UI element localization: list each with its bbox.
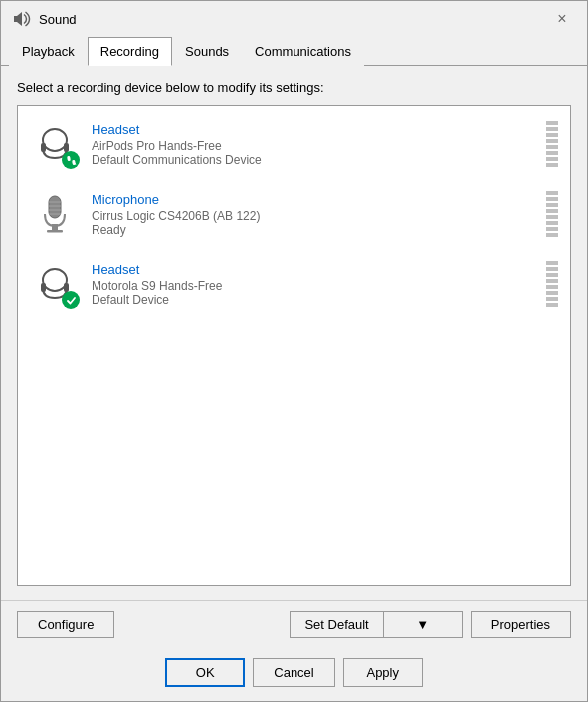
apply-button[interactable]: Apply [343, 658, 423, 687]
device-sub1-3: Motorola S9 Hands-Free [92, 279, 536, 293]
device-icon-wrap-1 [30, 119, 80, 169]
cancel-button[interactable]: Cancel [253, 658, 334, 687]
level-bar [546, 197, 558, 201]
svg-rect-6 [47, 230, 63, 233]
window-title: Sound [39, 12, 547, 27]
tab-recording[interactable]: Recording [88, 37, 172, 66]
set-default-group: Set Default ▼ [290, 611, 462, 638]
level-bar [546, 203, 558, 207]
level-indicator-2 [546, 191, 558, 237]
ok-button[interactable]: OK [165, 658, 245, 687]
level-bar [546, 279, 558, 283]
device-name-1: Headset [92, 122, 536, 137]
action-bar: Configure Set Default ▼ Properties [1, 600, 587, 648]
level-bar [546, 209, 558, 213]
level-indicator-1 [546, 121, 558, 167]
tab-communications[interactable]: Communications [242, 37, 364, 66]
device-item-microphone[interactable]: Microphone Cirrus Logic CS4206B (AB 122)… [18, 179, 570, 249]
device-sub2-2: Ready [92, 223, 536, 237]
footer-buttons: OK Cancel Apply [1, 648, 587, 701]
level-indicator-3 [546, 261, 558, 307]
level-bar [546, 151, 558, 155]
status-badge-1 [62, 151, 80, 169]
app-icon [11, 9, 31, 29]
level-bar [546, 261, 558, 265]
level-bar [546, 121, 558, 125]
level-bar [546, 127, 558, 131]
level-bar [546, 157, 558, 161]
level-bar [546, 291, 558, 295]
tab-bar: Playback Recording Sounds Communications [1, 37, 587, 66]
device-sub2-1: Default Communications Device [92, 153, 536, 167]
svg-point-13 [43, 269, 67, 291]
level-bar [546, 297, 558, 301]
configure-button[interactable]: Configure [17, 611, 114, 638]
set-default-button[interactable]: Set Default [290, 611, 382, 638]
level-bar [546, 273, 558, 277]
device-icon-wrap-3 [30, 259, 80, 309]
level-bar [546, 163, 558, 167]
title-bar: Sound × [1, 1, 587, 37]
svg-rect-3 [67, 155, 71, 160]
device-name-2: Microphone [92, 192, 536, 207]
svg-point-0 [43, 129, 67, 151]
level-bar [546, 233, 558, 237]
device-sub1-1: AirPods Pro Hands-Free [92, 139, 536, 153]
level-bar [546, 139, 558, 143]
sound-dialog: Sound × Playback Recording Sounds Commun… [0, 0, 588, 702]
level-bar [546, 227, 558, 231]
level-bar [546, 215, 558, 219]
level-bar [546, 191, 558, 195]
device-name-3: Headset [92, 262, 536, 277]
svg-rect-4 [72, 159, 76, 164]
svg-rect-7 [49, 196, 61, 218]
level-bar [546, 221, 558, 225]
properties-button[interactable]: Properties [471, 611, 571, 638]
device-info-2: Microphone Cirrus Logic CS4206B (AB 122)… [92, 192, 536, 237]
level-bar [546, 285, 558, 289]
description-text: Select a recording device below to modif… [17, 80, 571, 95]
device-list[interactable]: Headset AirPods Pro Hands-Free Default C… [17, 105, 571, 586]
tab-sounds[interactable]: Sounds [172, 37, 242, 66]
device-sub2-3: Default Device [92, 293, 536, 307]
tab-playback[interactable]: Playback [9, 37, 88, 66]
level-bar [546, 267, 558, 271]
device-item-motorola[interactable]: Headset Motorola S9 Hands-Free Default D… [18, 249, 570, 319]
device-info-1: Headset AirPods Pro Hands-Free Default C… [92, 122, 536, 167]
set-default-dropdown-button[interactable]: ▼ [383, 611, 463, 638]
status-badge-3 [62, 291, 80, 309]
level-bar [546, 133, 558, 137]
device-icon-wrap-2 [30, 189, 80, 239]
device-sub1-2: Cirrus Logic CS4206B (AB 122) [92, 209, 536, 223]
microphone-icon [39, 192, 71, 236]
close-button[interactable]: × [547, 4, 577, 34]
main-content: Select a recording device below to modif… [1, 66, 587, 600]
level-bar [546, 145, 558, 149]
device-info-3: Headset Motorola S9 Hands-Free Default D… [92, 262, 536, 307]
device-item-airpods[interactable]: Headset AirPods Pro Hands-Free Default C… [18, 110, 570, 179]
level-bar [546, 303, 558, 307]
